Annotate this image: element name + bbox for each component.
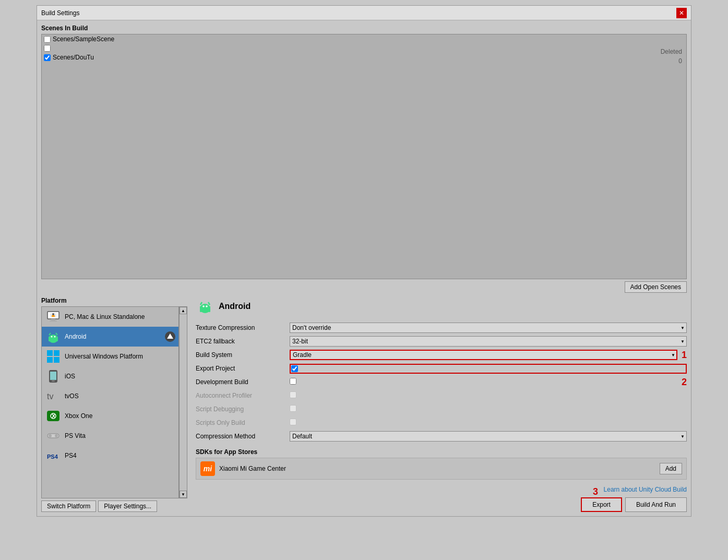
script-debugging-label: Script Debugging: [196, 406, 290, 413]
svg-rect-41: [206, 309, 208, 313]
scene-checkbox-0[interactable]: [44, 36, 51, 43]
ps4-icon: PS4: [46, 448, 61, 463]
bottom-bar: 3 Learn about Unity Cloud Build Export B…: [196, 482, 687, 512]
platform-scrollbar[interactable]: ▲ ▼: [179, 306, 187, 498]
platform-name-psvita: PS Vita: [65, 432, 86, 439]
android-header: Android: [196, 297, 687, 316]
development-build-checkbox[interactable]: [290, 378, 296, 385]
android-header-label: Android: [219, 302, 250, 311]
unity-current-icon: [165, 331, 175, 342]
uwp-icon: [46, 349, 61, 364]
compression-method-select[interactable]: Default: [290, 431, 687, 442]
svg-rect-19: [47, 357, 53, 363]
scripts-only-build-checkbox[interactable]: [290, 419, 296, 425]
svg-line-36: [200, 302, 202, 305]
ios-icon: [46, 369, 61, 384]
scene-name-0: Scenes/SampleScene: [53, 35, 114, 43]
mi-icon: mi: [200, 461, 215, 476]
build-system-select[interactable]: Gradle: [290, 350, 677, 360]
autoconnect-profiler-checkbox[interactable]: [290, 391, 296, 398]
annotation-2: 2: [682, 377, 687, 388]
scenes-title: Scenes In Build: [41, 25, 687, 32]
platform-name-ios: iOS: [65, 373, 75, 380]
title-bar: Build Settings ✕: [37, 6, 691, 20]
switch-platform-button[interactable]: Switch Platform: [41, 501, 96, 512]
svg-rect-5: [52, 315, 55, 317]
cloud-build-link[interactable]: Learn about Unity Cloud Build: [196, 486, 687, 493]
svg-point-9: [54, 336, 56, 338]
platform-label: Platform: [41, 297, 187, 304]
etc2-fallback-wrapper: 32-bit: [290, 336, 687, 347]
scenes-list: Scenes/SampleScene Scenes/DouTu Deleted …: [41, 34, 687, 279]
svg-rect-39: [209, 309, 211, 312]
build-and-run-button[interactable]: Build And Run: [625, 497, 687, 512]
platform-item-ps4[interactable]: PS4 PS4: [42, 446, 178, 466]
android-icon: [46, 329, 61, 344]
svg-line-11: [56, 333, 57, 335]
svg-text:X: X: [52, 413, 56, 419]
svg-line-37: [208, 302, 210, 305]
platform-item-pc[interactable]: PC, Mac & Linux Standalone: [42, 307, 178, 327]
scripts-only-build-label: Scripts Only Build: [196, 419, 290, 426]
scroll-down-btn[interactable]: ▼: [180, 491, 187, 498]
svg-rect-12: [49, 339, 50, 341]
build-settings-window: Build Settings ✕ Scenes In Build Scenes/…: [37, 5, 691, 517]
psvita-icon: [46, 428, 61, 443]
platform-item-xbox[interactable]: X Xbox One: [42, 406, 178, 426]
svg-point-29: [49, 434, 52, 437]
texture-compression-row: Texture Compression Don't override: [196, 322, 687, 333]
platform-name-xbox: Xbox One: [65, 412, 92, 420]
etc2-fallback-label: ETC2 fallback: [196, 338, 290, 345]
export-project-checkbox[interactable]: [291, 365, 298, 372]
platform-name-uwp: Universal Windows Platform: [65, 353, 143, 360]
script-debugging-row: Script Debugging: [196, 403, 687, 415]
build-system-row: Build System Gradle 1: [196, 349, 687, 361]
export-button[interactable]: Export: [581, 497, 622, 512]
platform-item-android[interactable]: Android: [42, 327, 178, 347]
scripts-only-build-value: [290, 419, 687, 427]
etc2-fallback-select[interactable]: 32-bit: [290, 336, 687, 347]
scene-checkbox-1[interactable]: [44, 45, 51, 52]
close-button[interactable]: ✕: [676, 8, 687, 18]
svg-rect-38: [200, 309, 202, 312]
player-settings-button[interactable]: Player Settings...: [98, 501, 157, 512]
development-build-row: Development Build 2: [196, 376, 687, 388]
script-debugging-value: [290, 405, 687, 413]
platform-name-tvos: tvOS: [65, 392, 79, 400]
bottom-buttons: Export Build And Run: [196, 497, 687, 512]
svg-point-34: [202, 305, 205, 307]
scene-deleted-label: Deleted: [661, 48, 682, 55]
scroll-up-btn[interactable]: ▲: [180, 307, 187, 314]
autoconnect-profiler-row: Autoconnect Profiler: [196, 390, 687, 401]
platform-item-tvos[interactable]: tv tvOS: [42, 386, 178, 406]
sdks-title: SDKs for App Stores: [196, 448, 687, 456]
svg-rect-14: [51, 339, 53, 341]
window-content: Scenes In Build Scenes/SampleScene Scene…: [37, 20, 691, 516]
svg-line-10: [49, 333, 51, 335]
texture-compression-wrapper: Don't override: [290, 323, 687, 333]
svg-rect-20: [54, 357, 59, 363]
svg-point-35: [206, 305, 208, 307]
android-header-icon: [196, 297, 214, 316]
scene-checkbox-2[interactable]: [44, 54, 51, 61]
platform-item-ios[interactable]: iOS: [42, 366, 178, 386]
compression-method-row: Compression Method Default: [196, 431, 687, 442]
export-project-label: Export Project: [196, 365, 290, 372]
etc2-fallback-row: ETC2 fallback 32-bit: [196, 336, 687, 347]
svg-rect-40: [202, 309, 205, 313]
platform-bottom-buttons: Switch Platform Player Settings...: [41, 501, 187, 512]
scenes-section: Scenes In Build Scenes/SampleScene Scene…: [41, 25, 687, 297]
script-debugging-checkbox[interactable]: [290, 405, 296, 412]
platform-name-ps4: PS4: [65, 452, 77, 459]
texture-compression-select[interactable]: Don't override: [290, 323, 687, 333]
scrollbar-track: [180, 314, 187, 491]
sdk-add-button[interactable]: Add: [660, 463, 682, 474]
platform-item-psvita[interactable]: PS Vita: [42, 426, 178, 446]
annotation-3-label: 3: [593, 486, 598, 497]
platform-list-container: Platform: [41, 297, 187, 512]
tvos-icon: tv: [46, 389, 61, 403]
autoconnect-profiler-label: Autoconnect Profiler: [196, 392, 290, 399]
platform-item-uwp[interactable]: Universal Windows Platform: [42, 347, 178, 366]
add-open-scenes-button[interactable]: Add Open Scenes: [625, 281, 687, 293]
scene-item-0: Scenes/SampleScene: [42, 34, 686, 44]
